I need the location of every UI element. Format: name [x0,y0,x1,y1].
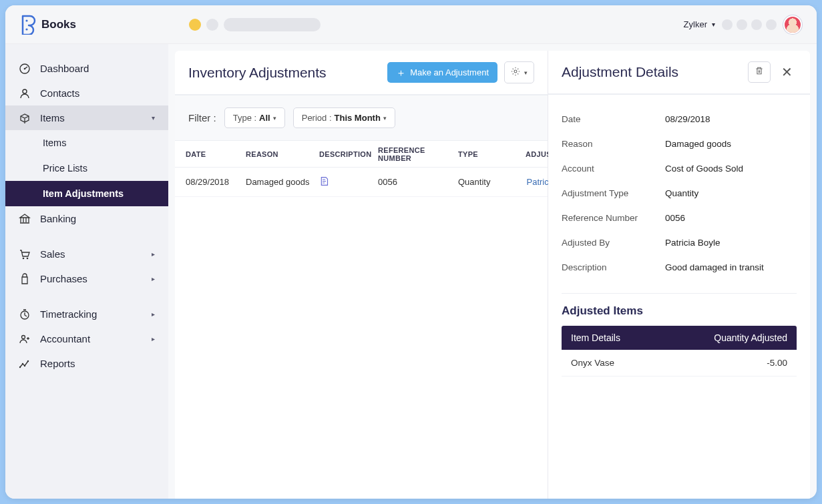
filter-type-chip[interactable]: Type : All ▾ [224,107,285,128]
col-reference: REFERENCE NUMBER [378,146,458,162]
col-type: TYPE [458,150,506,158]
sidebar-item-timetracking[interactable]: Timetracking ▸ [5,302,168,326]
svg-point-5 [23,257,25,259]
sidebar-item-label: Timetracking [40,308,97,320]
chevron-right-icon: ▸ [152,310,155,318]
items-table-header: Item Details Quantity Adjusted [562,326,797,350]
topbar-right: Zylker [684,15,802,34]
filter-bar: Filter : Type : All ▾ Period : This Mont… [175,95,548,141]
sidebar-item-sales[interactable]: Sales ▸ [5,242,168,266]
books-logo-icon [20,15,36,35]
detail-title: Adjustment Details [562,64,741,80]
svg-point-11 [24,364,25,366]
chevron-right-icon: ▸ [152,250,155,258]
field-label: Date [562,114,665,124]
sidebar-item-label: Purchases [40,273,87,284]
placeholder-dot[interactable] [737,19,747,30]
delete-button[interactable] [748,61,771,83]
topbar-action-dots [722,19,777,30]
cell-description [319,176,378,188]
topbar: Books Zylker [5,5,817,44]
adjusted-items-title: Adjusted Items [562,304,797,318]
placeholder-dot[interactable] [766,19,777,30]
chevron-down-icon: ▾ [383,115,387,121]
page-title: Inventory Adjustments [188,65,327,81]
sidebar-item-label: Banking [40,213,76,224]
settings-dropdown-button[interactable]: ▾ [504,61,534,83]
sidebar-item-contacts[interactable]: Contacts [5,81,168,105]
sidebar-item-label: Sales [40,248,65,260]
sidebar-item-dashboard[interactable]: Dashboard [5,56,168,81]
gear-icon [511,67,520,78]
field-label: Reason [562,139,665,149]
field-reason: Reason Damaged goods [562,132,797,156]
accountant-icon [19,333,31,345]
svg-point-13 [514,70,517,73]
cell-reference: 0056 [378,177,458,187]
sidebar-item-label: Accountant [40,333,90,344]
app-logo[interactable]: Books [20,15,76,35]
table-row[interactable]: 08/29/2018 Damaged goods 0056 Quantity P… [175,168,548,197]
field-value: 08/29/2018 [665,114,797,124]
sidebar-item-items[interactable]: Items ▾ [5,105,168,130]
sidebar-item-reports[interactable]: Reports [5,351,168,376]
svg-point-9 [19,366,21,367]
chevron-right-icon: ▸ [152,335,155,342]
filter-value: All [259,113,270,123]
placeholder-dot [189,19,201,31]
cell-item-qty: -5.00 [767,358,787,368]
col-date: DATE [186,150,246,158]
col-description: DESCRIPTION [319,150,378,158]
app-window: Books Zylker [5,5,817,499]
field-account: Account Cost of Goods Sold [562,156,797,181]
sidebar-item-purchases[interactable]: Purchases ▸ [5,266,168,291]
org-name: Zylker [684,19,707,29]
close-button[interactable]: ✕ [777,61,797,83]
app-name: Books [41,18,76,31]
sales-icon [19,248,31,260]
sidebar-item-banking[interactable]: Banking [5,206,168,231]
user-avatar[interactable] [783,15,802,34]
filter-label: Filter : [188,112,216,123]
svg-point-8 [22,335,25,338]
chevron-right-icon: ▸ [152,275,155,282]
sidebar-subitem-pricelists[interactable]: Price Lists [5,156,168,181]
make-adjustment-button[interactable]: ＋ Make an Adjustment [387,62,497,83]
sidebar-item-label: Contacts [40,87,79,99]
sidebar-item-label: Items [40,112,65,123]
dashboard-icon [19,63,31,75]
banking-icon [19,213,31,225]
sidebar-item-accountant[interactable]: Accountant ▸ [5,326,168,351]
sidebar-item-label: Price Lists [43,163,87,174]
sidebar-item-label: Reports [40,358,75,369]
placeholder-dot[interactable] [751,19,762,30]
chevron-down-icon: ▾ [152,114,155,121]
filter-period-chip[interactable]: Period : This Month ▾ [293,107,395,128]
cell-type: Quantity [458,177,506,187]
sidebar-subitem-items[interactable]: Items [5,130,168,156]
trash-icon [755,66,764,78]
note-icon [319,177,329,188]
topbar-placeholder [189,18,321,31]
field-value: Cost of Goods Sold [665,164,797,174]
cell-date: 08/29/2018 [186,177,246,187]
org-switcher[interactable]: Zylker [684,19,715,29]
col-item-details: Item Details [571,332,714,343]
list-pane: Inventory Adjustments ＋ Make an Adjustme… [175,51,548,499]
field-adjustment-type: Adjustment Type Quantity [562,181,797,206]
cell-reason: Damaged goods [246,177,319,187]
plus-icon: ＋ [396,67,406,77]
sidebar-subitem-item-adjustments[interactable]: Item Adjustments [5,181,168,206]
placeholder-dot[interactable] [722,19,733,30]
button-label: Make an Adjustment [410,67,489,77]
placeholder-pill [224,18,321,31]
svg-point-3 [24,67,26,69]
items-table-row: Onyx Vase -5.00 [562,350,797,376]
chevron-down-icon: ▾ [524,69,528,76]
field-description: Description Good damaged in transit [562,255,797,280]
filter-prefix: Period : [302,113,332,123]
detail-pane: Adjustment Details ✕ Date 08/29/2018 [548,51,810,499]
svg-point-12 [27,360,29,361]
list-header: Inventory Adjustments ＋ Make an Adjustme… [175,51,548,95]
body: Dashboard Contacts Items ▾ Items Price L… [5,44,817,499]
